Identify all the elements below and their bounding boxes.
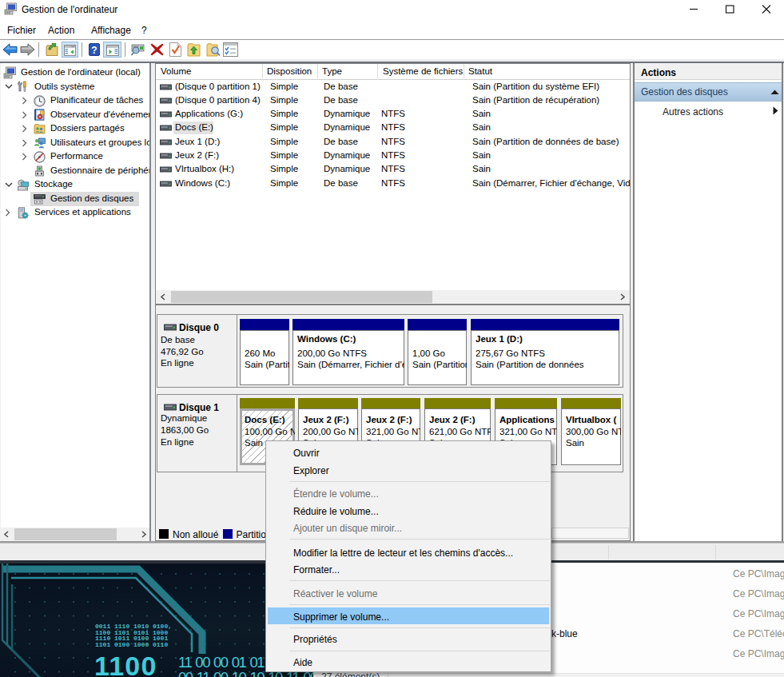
svg-text:?: ? <box>91 45 97 56</box>
